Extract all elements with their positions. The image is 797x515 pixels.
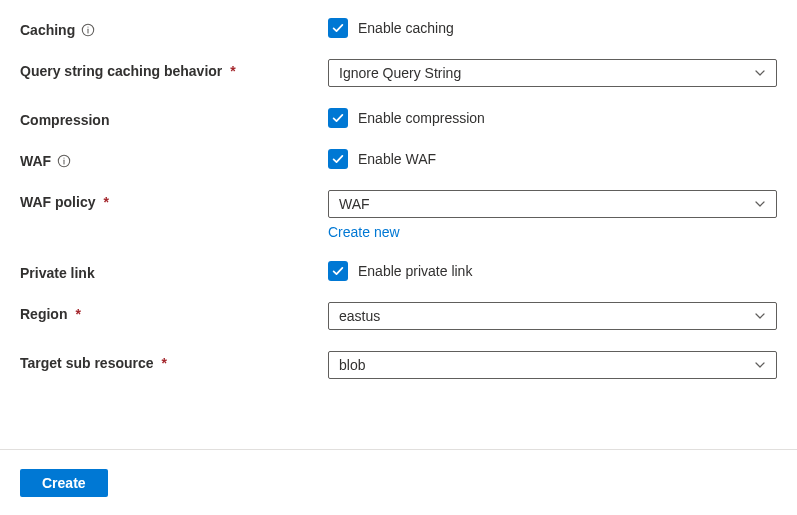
label-compression: Compression	[20, 108, 328, 128]
enable-private-link-checkbox[interactable]	[328, 261, 348, 281]
row-private-link: Private link Enable private link	[20, 261, 777, 281]
footer: Create	[0, 451, 128, 515]
info-icon[interactable]	[57, 154, 71, 168]
enable-private-link-label: Enable private link	[358, 263, 472, 279]
enable-caching-label: Enable caching	[358, 20, 454, 36]
caching-input-col: Enable caching	[328, 18, 777, 38]
row-region: Region * eastus	[20, 302, 777, 330]
query-string-value: Ignore Query String	[339, 65, 461, 81]
target-sub-select[interactable]: blob	[328, 351, 777, 379]
private-link-input-col: Enable private link	[328, 261, 777, 281]
required-marker: *	[75, 306, 80, 322]
row-target-sub: Target sub resource * blob	[20, 351, 777, 379]
chevron-down-icon	[754, 359, 766, 371]
chevron-down-icon	[754, 198, 766, 210]
region-select[interactable]: eastus	[328, 302, 777, 330]
region-value: eastus	[339, 308, 380, 324]
private-link-checkbox-wrap: Enable private link	[328, 261, 777, 281]
label-waf-text: WAF	[20, 153, 51, 169]
create-button[interactable]: Create	[20, 469, 108, 497]
row-caching: Caching Enable caching	[20, 18, 777, 38]
info-icon[interactable]	[81, 23, 95, 37]
label-region: Region *	[20, 302, 328, 322]
label-waf-policy: WAF policy *	[20, 190, 328, 210]
caching-checkbox-wrap: Enable caching	[328, 18, 777, 38]
target-sub-value: blob	[339, 357, 365, 373]
label-query-string-text: Query string caching behavior	[20, 63, 222, 79]
region-input-col: eastus	[328, 302, 777, 330]
query-string-input-col: Ignore Query String	[328, 59, 777, 87]
waf-checkbox-wrap: Enable WAF	[328, 149, 777, 169]
label-caching: Caching	[20, 18, 328, 38]
query-string-select[interactable]: Ignore Query String	[328, 59, 777, 87]
label-compression-text: Compression	[20, 112, 109, 128]
enable-compression-label: Enable compression	[358, 110, 485, 126]
label-private-link: Private link	[20, 261, 328, 281]
waf-policy-select[interactable]: WAF	[328, 190, 777, 218]
waf-policy-input-col: WAF Create new	[328, 190, 777, 240]
required-marker: *	[162, 355, 167, 371]
row-waf-policy: WAF policy * WAF Create new	[20, 190, 777, 240]
compression-input-col: Enable compression	[328, 108, 777, 128]
label-caching-text: Caching	[20, 22, 75, 38]
enable-compression-checkbox[interactable]	[328, 108, 348, 128]
form-area: Caching Enable caching Query string cach…	[0, 0, 797, 379]
footer-separator	[0, 449, 797, 450]
required-marker: *	[230, 63, 235, 79]
svg-point-5	[64, 158, 65, 159]
label-target-sub: Target sub resource *	[20, 351, 328, 371]
compression-checkbox-wrap: Enable compression	[328, 108, 777, 128]
create-new-link[interactable]: Create new	[328, 224, 400, 240]
label-private-link-text: Private link	[20, 265, 95, 281]
label-region-text: Region	[20, 306, 67, 322]
row-waf: WAF Enable WAF	[20, 149, 777, 169]
svg-point-2	[88, 27, 89, 28]
target-sub-input-col: blob	[328, 351, 777, 379]
chevron-down-icon	[754, 310, 766, 322]
enable-waf-checkbox[interactable]	[328, 149, 348, 169]
row-query-string: Query string caching behavior * Ignore Q…	[20, 59, 777, 87]
label-target-sub-text: Target sub resource	[20, 355, 154, 371]
required-marker: *	[103, 194, 108, 210]
chevron-down-icon	[754, 67, 766, 79]
label-query-string: Query string caching behavior *	[20, 59, 328, 79]
waf-policy-value: WAF	[339, 196, 370, 212]
enable-waf-label: Enable WAF	[358, 151, 436, 167]
waf-input-col: Enable WAF	[328, 149, 777, 169]
label-waf-policy-text: WAF policy	[20, 194, 95, 210]
enable-caching-checkbox[interactable]	[328, 18, 348, 38]
row-compression: Compression Enable compression	[20, 108, 777, 128]
label-waf: WAF	[20, 149, 328, 169]
